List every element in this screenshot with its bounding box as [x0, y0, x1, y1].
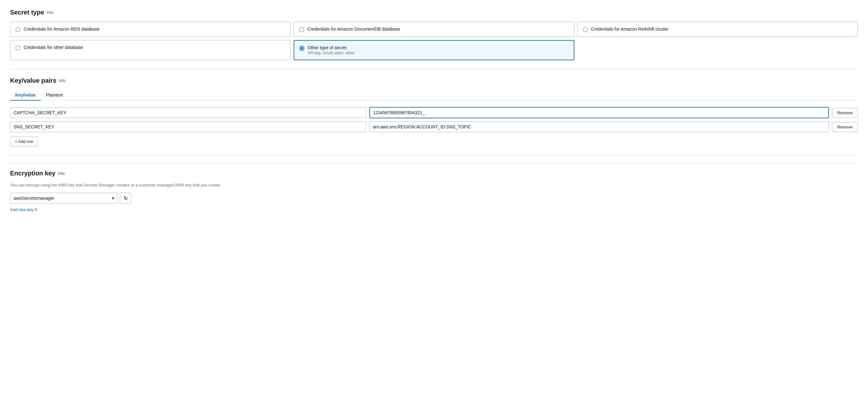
- kv-section: Key/value pairs Info Key/value Plaintext…: [10, 77, 858, 147]
- refresh-button[interactable]: ↻: [120, 192, 131, 204]
- kv-row-2: Remove: [10, 122, 858, 132]
- radio-circle-documentdb: [299, 27, 304, 32]
- kv-section-title: Key/value pairs: [10, 77, 57, 84]
- radio-label-redshift: Credentials for Amazon Redshift cluster: [591, 27, 669, 32]
- secret-type-title: Secret type: [10, 9, 44, 16]
- kv-value-input-2[interactable]: [369, 122, 829, 132]
- add-new-key-link[interactable]: Add new key ⧉: [10, 207, 37, 212]
- encryption-section: Encryption key Info You can encrypt usin…: [10, 163, 858, 212]
- radio-circle-other-secret: [299, 46, 304, 51]
- radio-option-other-db[interactable]: Credentials for other database: [10, 40, 290, 60]
- kv-value-input-1[interactable]: [369, 107, 829, 118]
- secret-type-section: Secret type Info Credentials for Amazon …: [10, 9, 858, 60]
- page-container: Secret type Info Credentials for Amazon …: [0, 0, 868, 407]
- section-divider-1: [10, 69, 858, 69]
- secret-type-info-link[interactable]: Info: [47, 10, 54, 15]
- radio-circle-redshift: [583, 27, 588, 32]
- empty-cell: [578, 40, 858, 60]
- remove-button-2[interactable]: Remove: [832, 122, 858, 132]
- kv-tabs-row: Key/value Plaintext: [10, 90, 858, 101]
- radio-label-documentdb: Credentials for Amazon DocumentDB databa…: [307, 27, 400, 32]
- refresh-icon: ↻: [124, 195, 128, 201]
- radio-label-other-db: Credentials for other database: [24, 45, 83, 50]
- kv-section-header: Key/value pairs Info: [10, 77, 858, 84]
- add-row-button[interactable]: + Add row: [10, 136, 38, 147]
- radio-option-other-secret[interactable]: Other type of secret API key, OAuth toke…: [293, 40, 574, 60]
- radio-label-rds: Credentials for Amazon RDS database: [24, 27, 99, 32]
- kv-info-link[interactable]: Info: [59, 78, 66, 83]
- encryption-description: You can encrypt using the KMS key that S…: [10, 183, 858, 187]
- remove-button-1[interactable]: Remove: [832, 108, 858, 118]
- kv-key-input-1[interactable]: [10, 107, 366, 118]
- encryption-header: Encryption key Info: [10, 170, 858, 177]
- radio-option-documentdb[interactable]: Credentials for Amazon DocumentDB databa…: [293, 22, 574, 37]
- add-new-key-label: Add new key: [10, 207, 33, 212]
- kv-key-input-2[interactable]: [10, 122, 366, 132]
- radio-option-redshift[interactable]: Credentials for Amazon Redshift cluster: [578, 22, 858, 37]
- external-link-icon: ⧉: [35, 208, 37, 212]
- encryption-key-select[interactable]: aws/secretsmanager: [10, 193, 117, 204]
- encryption-select-wrapper: aws/secretsmanager ▾: [10, 193, 117, 204]
- radio-label-other-secret: Other type of secret: [308, 45, 355, 50]
- tab-plaintext[interactable]: Plaintext: [41, 90, 68, 101]
- section-divider-2: [10, 155, 858, 156]
- encryption-info-link[interactable]: Info: [58, 171, 65, 176]
- encryption-title: Encryption key: [10, 170, 55, 177]
- kv-row-1: Remove: [10, 107, 858, 118]
- radio-circle-other-db: [16, 45, 21, 51]
- encryption-input-row: aws/secretsmanager ▾ ↻: [10, 192, 858, 204]
- kv-rows-container: Remove Remove: [10, 107, 858, 132]
- radio-option-rds[interactable]: Credentials for Amazon RDS database: [10, 22, 290, 37]
- secret-type-row2: Credentials for other database Other typ…: [10, 40, 858, 60]
- tab-keyvalue[interactable]: Key/value: [10, 90, 41, 101]
- secret-type-header: Secret type Info: [10, 9, 858, 16]
- secret-type-row1: Credentials for Amazon RDS database Cred…: [10, 22, 858, 37]
- radio-circle-rds: [16, 27, 21, 32]
- radio-sublabel-other-secret: API key, OAuth token, other.: [308, 51, 355, 55]
